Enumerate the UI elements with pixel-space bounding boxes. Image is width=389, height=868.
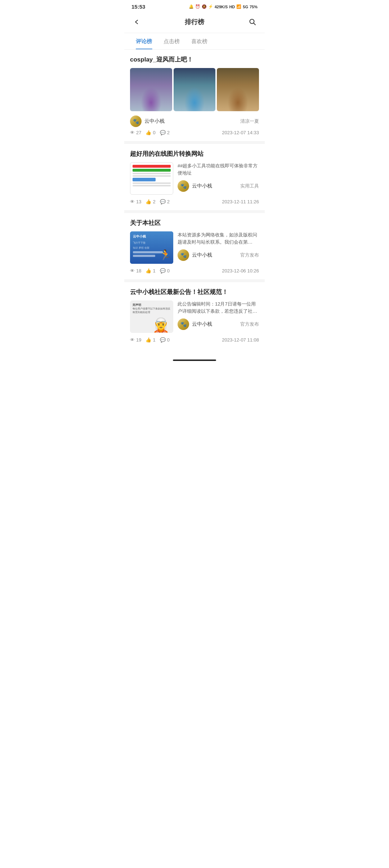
eye-icon-2: 👁 xyxy=(130,199,135,204)
website-bar-red xyxy=(133,165,171,168)
comment-icon-3: 💬 xyxy=(160,268,166,273)
post-gallery-1 xyxy=(130,68,259,111)
stats-left-4: 👁 19 👍 1 💬 0 xyxy=(130,337,170,343)
wifi-icon: 📶 xyxy=(236,4,241,9)
category-tag-1: 清凉一夏 xyxy=(240,118,259,125)
view-count-4: 👁 19 xyxy=(130,337,141,343)
status-icons: 🔔 ⏰ 🔕 ⚡ 429K/S HD 📶 5G 75% xyxy=(189,4,258,9)
volume-icon: 🔕 xyxy=(202,4,207,9)
post-card-3[interactable]: 关于本社区 云中小栈 飞行于下垫 知识 梦想 创新 🏃 本站资源多为网络收集，如… xyxy=(124,213,265,279)
author-left-2: 云中小栈 xyxy=(178,180,212,192)
bluetooth-icon: ⚡ xyxy=(208,4,213,9)
website-line-2 xyxy=(133,175,171,177)
post-title-3: 关于本社区 xyxy=(130,219,259,227)
notice-header-title: 郑声明 xyxy=(133,303,171,307)
post-title-4: 云中小栈社区最新公告！社区规范！ xyxy=(130,288,259,296)
like-icon-4: 👍 xyxy=(146,337,151,343)
stats-row-4: 👁 19 👍 1 💬 0 2023-12-07 11:08 xyxy=(130,337,259,343)
search-button[interactable] xyxy=(246,15,259,28)
website-line-3 xyxy=(133,182,171,184)
author-name-2: 云中小栈 xyxy=(192,183,212,189)
stats-row-2: 👁 13 👍 2 💬 2 2023-12-11 11:26 xyxy=(130,199,259,204)
comment-count-3: 💬 0 xyxy=(160,268,170,273)
view-count-2: 👁 13 xyxy=(130,199,141,204)
view-count-3: 👁 18 xyxy=(130,268,141,273)
like-icon-2: 👍 xyxy=(146,199,151,204)
community-figure: 🏃 xyxy=(159,249,172,261)
view-count-1: 👁 27 xyxy=(130,130,141,135)
community-line-2 xyxy=(133,255,155,257)
post-card-4[interactable]: 云中小栈社区最新公告！社区规范！ 郑声明 每位用户须遵守以下条款如有违反将受到相… xyxy=(124,282,265,348)
notice-character: 🧝 xyxy=(152,317,170,333)
stats-left-3: 👁 18 👍 1 💬 0 xyxy=(130,268,170,273)
eye-icon-4: 👁 xyxy=(130,337,135,343)
community-logo-text: 云中小栈 xyxy=(133,234,170,239)
tab-clicks[interactable]: 点击榜 xyxy=(158,33,185,49)
community-slogan: 飞行于下垫 xyxy=(133,241,170,245)
tab-likes[interactable]: 喜欢榜 xyxy=(185,33,213,49)
post-thumb-2 xyxy=(130,162,173,195)
author-name-1: 云中小栈 xyxy=(144,118,165,125)
comment-icon-4: 💬 xyxy=(160,337,166,343)
website-mock xyxy=(130,163,173,194)
signal-icon: 5G xyxy=(243,5,248,9)
like-icon: 👍 xyxy=(146,130,151,135)
page-title: 排行榜 xyxy=(143,18,246,26)
post-content-3: 本站资源多为网络收集，如涉及版权问题请及时与站长联系。我们会在第… 云中小栈 官… xyxy=(178,231,259,264)
community-mock: 云中小栈 飞行于下垫 知识 梦想 创新 🏃 xyxy=(130,231,173,264)
author-left-4: 云中小栈 xyxy=(178,318,212,330)
gallery-image-2 xyxy=(174,68,216,111)
author-left-3: 云中小栈 xyxy=(178,249,212,261)
like-icon-3: 👍 xyxy=(146,268,151,273)
post-content-4: 此公告编辑时间：12月7日请每一位用户详细阅读以下条款，若您违反了社… 云中小栈… xyxy=(178,300,259,333)
post-title-1: cosplay_迎风而上吧！ xyxy=(130,55,259,64)
post-excerpt-4: 此公告编辑时间：12月7日请每一位用户详细阅读以下条款，若您违反了社… xyxy=(178,300,259,315)
status-time: 15:53 xyxy=(131,4,145,10)
post-excerpt-3: 本站资源多为网络收集，如涉及版权问题请及时与站长联系。我们会在第… xyxy=(178,231,259,245)
post-date-2: 2023-12-11 11:26 xyxy=(222,199,259,204)
author-left-1: 云中小栈 xyxy=(130,116,165,127)
website-line-4 xyxy=(133,185,171,186)
data-icon: 429K/S xyxy=(215,5,228,9)
website-bar-green xyxy=(133,169,171,172)
category-tag-2: 实用工具 xyxy=(240,183,259,189)
author-name-3: 云中小栈 xyxy=(192,252,212,258)
avatar-3 xyxy=(178,249,189,261)
home-indicator xyxy=(173,360,216,361)
like-count-1: 👍 0 xyxy=(146,130,155,135)
category-tag-4: 官方发布 xyxy=(240,321,259,327)
avatar-1 xyxy=(130,116,142,127)
battery-icon: 75% xyxy=(250,5,258,9)
post-date-1: 2023-12-07 14:33 xyxy=(222,130,259,135)
post-card-1[interactable]: cosplay_迎风而上吧！ 云中小栈 清凉一夏 👁 27 👍 xyxy=(124,50,265,141)
notice-mock: 郑声明 每位用户须遵守以下条款如有违反将受到相应处理 🧝 xyxy=(130,301,173,333)
author-row-1: 云中小栈 清凉一夏 xyxy=(130,116,259,127)
notification-icon: 🔔 xyxy=(189,4,194,9)
post-card-2[interactable]: 超好用的在线图片转换网站 ##超多小工具功能在线即可体验非常方便地址 xyxy=(124,144,265,210)
eye-icon-3: 👁 xyxy=(130,268,135,273)
website-line-1 xyxy=(133,173,171,174)
post-thumb-4: 郑声明 每位用户须遵守以下条款如有违反将受到相应处理 🧝 xyxy=(130,300,173,333)
author-row-3: 云中小栈 官方发布 xyxy=(178,249,259,261)
stats-left-1: 👁 27 👍 0 💬 2 xyxy=(130,130,170,135)
post-title-2: 超好用的在线图片转换网站 xyxy=(130,150,259,158)
bottom-nav xyxy=(124,351,265,369)
author-row-4: 云中小栈 官方发布 xyxy=(178,318,259,330)
comment-count-1: 💬 2 xyxy=(160,130,170,135)
hd-icon: HD xyxy=(229,5,235,9)
author-name-4: 云中小栈 xyxy=(192,321,212,327)
tab-comments[interactable]: 评论榜 xyxy=(130,33,158,49)
post-horizontal-4: 郑声明 每位用户须遵守以下条款如有违反将受到相应处理 🧝 此公告编辑时间：12月… xyxy=(130,300,259,333)
tabs-container: 评论榜 点击榜 喜欢榜 xyxy=(124,33,265,50)
comment-count-4: 💬 0 xyxy=(160,337,170,343)
author-row-2: 云中小栈 实用工具 xyxy=(178,180,259,192)
comment-count-2: 💬 2 xyxy=(160,199,170,204)
post-excerpt-2: ##超多小工具功能在线即可体验非常方便地址 xyxy=(178,162,259,176)
post-thumb-3: 云中小栈 飞行于下垫 知识 梦想 创新 🏃 xyxy=(130,231,173,264)
gallery-image-3 xyxy=(217,68,259,111)
stats-left-2: 👁 13 👍 2 💬 2 xyxy=(130,199,170,204)
community-line-1 xyxy=(133,251,163,253)
post-horizontal-3: 云中小栈 飞行于下垫 知识 梦想 创新 🏃 本站资源多为网络收集，如涉及版权问题… xyxy=(130,231,259,264)
back-button[interactable] xyxy=(130,15,143,28)
comment-icon: 💬 xyxy=(160,130,166,135)
